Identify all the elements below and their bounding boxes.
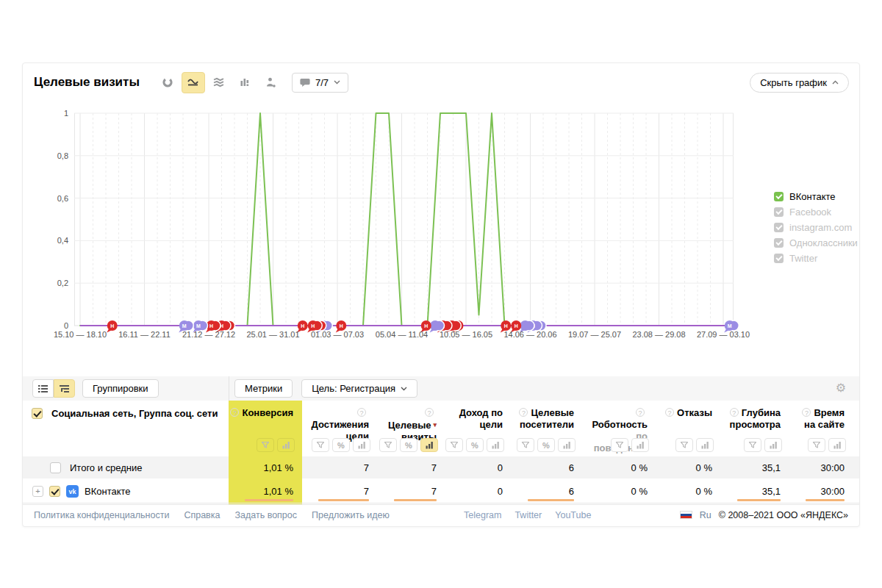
help-icon[interactable]: ?	[357, 408, 366, 417]
column-header-time-on-site[interactable]: ?Времяна сайте	[789, 401, 853, 459]
legend-item[interactable]: instagram.com	[774, 220, 858, 235]
percent-control-icon[interactable]: %	[332, 438, 350, 452]
value-bar-indicator	[528, 499, 574, 501]
filter-control-icon[interactable]	[675, 438, 693, 452]
legend-item[interactable]: Twitter	[774, 251, 858, 266]
expand-row-button[interactable]: +	[32, 486, 43, 497]
legend-checkbox[interactable]	[774, 192, 784, 201]
social-link[interactable]: Telegram	[464, 510, 501, 520]
filter-control-icon[interactable]	[744, 438, 761, 452]
legend-item[interactable]: Одноклассники	[774, 235, 858, 251]
groupings-button[interactable]: Группировки	[82, 379, 159, 398]
column-header-goal-revenue[interactable]: Доход поцели%	[445, 401, 512, 459]
social-link[interactable]: YouTube	[555, 510, 591, 520]
bars-control-icon[interactable]	[558, 438, 576, 452]
row-checkbox[interactable]	[49, 486, 60, 497]
help-icon[interactable]: ?	[519, 408, 528, 417]
goal-dropdown[interactable]: Цель: Регистрация	[301, 379, 417, 398]
cell-goal-revenue: 0	[445, 478, 512, 504]
column-controls: %	[312, 438, 370, 452]
legend-label: ВКонтакте	[789, 191, 836, 202]
help-icon[interactable]: ?	[665, 408, 674, 417]
filter-control-icon[interactable]	[257, 438, 274, 452]
social-link[interactable]: Twitter	[514, 510, 542, 520]
legend-checkbox[interactable]	[774, 238, 784, 248]
y-axis-label: 1	[29, 109, 68, 118]
stacked-area-icon[interactable]	[207, 72, 231, 93]
footer-link[interactable]: Справка	[184, 510, 220, 520]
filter-control-icon[interactable]	[312, 438, 329, 452]
pie-chart-icon[interactable]	[156, 72, 179, 93]
column-label: ?Достиженияцели	[302, 407, 369, 442]
value-bar-indicator	[318, 499, 369, 501]
legend-label: Facebook	[789, 207, 831, 218]
select-all-checkbox[interactable]	[32, 408, 43, 419]
column-header-goal-reaches[interactable]: ?Достиженияцели%	[302, 401, 378, 459]
visitors-map-icon[interactable]	[259, 72, 282, 93]
column-header-conversion[interactable]: ?Конверсия	[229, 401, 302, 459]
filter-control-icon[interactable]	[611, 438, 628, 452]
filter-control-icon[interactable]	[445, 438, 463, 452]
dimension-header-label: Социальная сеть, Группа соц. сети	[51, 408, 218, 419]
segments-dropdown[interactable]: 7/7	[292, 73, 348, 93]
toolbar-metrics-group: Метрики Цель: Регистрация	[234, 379, 417, 398]
percent-control-icon[interactable]: %	[537, 438, 555, 452]
annotation-marker[interactable]: Н	[107, 320, 118, 333]
cell-conversion: 1,01 %	[229, 456, 302, 478]
bars-control-icon[interactable]	[696, 438, 714, 452]
column-header-goal-visits[interactable]: ?Целевые▾визиты%	[378, 401, 445, 459]
row-label: ВКонтакте	[85, 486, 131, 497]
gear-icon[interactable]: ⚙	[836, 381, 846, 395]
legend-item[interactable]: Facebook	[774, 204, 858, 220]
help-icon[interactable]: ?	[425, 408, 434, 417]
bars-control-icon[interactable]	[631, 438, 649, 452]
legend-checkbox[interactable]	[774, 254, 784, 263]
x-axis-label: 10.05 — 16.05	[440, 330, 492, 339]
help-icon[interactable]: ?	[230, 408, 239, 417]
bars-control-icon[interactable]	[828, 438, 846, 452]
row-label: Итого и средние	[70, 462, 142, 473]
hide-chart-button[interactable]: Скрыть график	[750, 73, 849, 93]
column-header-goal-visitors[interactable]: ?Целевыепосетители%	[512, 401, 583, 459]
language-switcher[interactable]: Ru	[700, 510, 711, 520]
chart-plot: ММННННННННННММН	[74, 112, 734, 327]
help-icon[interactable]: ?	[636, 408, 645, 417]
x-axis-label: 25.01 — 31.01	[246, 330, 299, 339]
column-controls	[611, 438, 649, 452]
bars-control-icon[interactable]	[353, 438, 370, 452]
columns-chart-icon[interactable]	[233, 72, 257, 93]
cell-depth: 35,1	[721, 456, 789, 478]
legend-checkbox[interactable]	[774, 207, 784, 217]
legend-checkbox[interactable]	[774, 223, 784, 232]
y-axis-label: 0,4	[29, 236, 68, 245]
bars-control-icon[interactable]	[277, 438, 295, 452]
legend-item[interactable]: ВКонтакте	[774, 189, 858, 204]
row-checkbox[interactable]	[50, 462, 61, 473]
help-icon[interactable]: ?	[802, 408, 811, 417]
hierarchy-view-icon[interactable]	[54, 379, 75, 398]
footer-link[interactable]: Предложить идею	[312, 510, 390, 520]
chevron-up-icon	[832, 80, 839, 85]
help-icon[interactable]: ?	[730, 408, 739, 417]
filter-control-icon[interactable]	[379, 438, 397, 452]
bars-control-icon[interactable]	[764, 438, 782, 452]
filter-control-icon[interactable]	[517, 438, 534, 452]
column-label: ?Конверсия	[229, 407, 293, 419]
filter-control-icon[interactable]	[808, 438, 825, 452]
cell-goal-reaches: 7	[302, 456, 378, 478]
column-controls: %	[445, 438, 504, 452]
percent-control-icon[interactable]: %	[400, 438, 417, 452]
percent-control-icon[interactable]: %	[466, 438, 484, 452]
bars-control-icon[interactable]	[487, 438, 504, 452]
line-chart-icon[interactable]	[182, 72, 205, 93]
x-axis-label: 23.08 — 29.08	[632, 330, 685, 339]
bars-control-icon[interactable]	[420, 438, 438, 452]
metrics-button[interactable]: Метрики	[234, 379, 293, 398]
footer-link[interactable]: Политика конфиденциальности	[34, 510, 169, 520]
footer-link[interactable]: Задать вопрос	[234, 510, 297, 520]
list-view-icon[interactable]	[32, 379, 54, 398]
column-header-robotness[interactable]: ?Роботностьпо поведению	[583, 401, 656, 459]
cell-goal-visitors: 6	[512, 456, 583, 478]
column-header-bounces[interactable]: ?Отказы	[656, 401, 721, 459]
column-header-depth[interactable]: ?Глубинапросмотра	[721, 401, 789, 459]
